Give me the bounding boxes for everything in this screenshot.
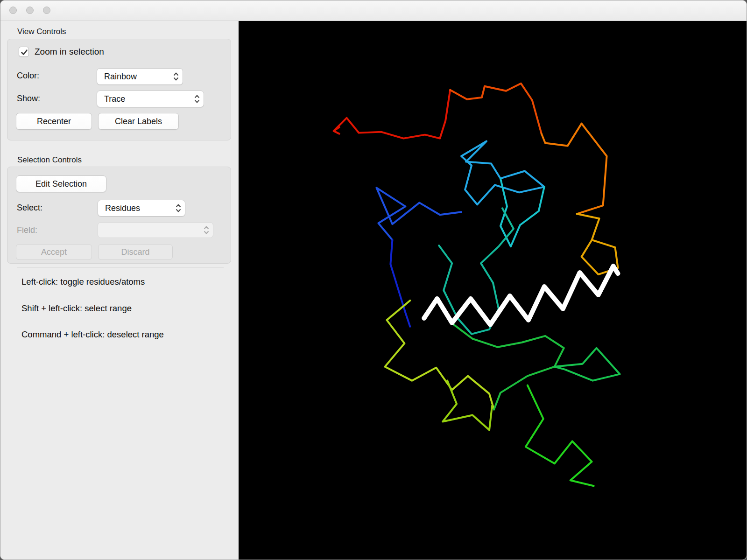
show-dropdown-value: Trace [104,94,125,104]
selection-controls-heading: Selection Controls [17,155,82,165]
accept-button: Accept [16,244,92,260]
trace-segment-orange-red [450,84,542,134]
zoom-in-selection-row: Zoom in selection [19,47,104,57]
field-dropdown [98,222,213,238]
zoom-in-selection-checkbox[interactable] [19,47,29,57]
selection-controls-group: Edit Selection Select: Residues Field: [7,167,231,264]
trace-segment-orange [542,124,607,214]
molecule-svg [239,21,747,560]
select-dropdown[interactable]: Residues [98,200,185,217]
trace-segment-chartreuse [443,381,492,430]
trace-segment-green-loop [555,348,620,381]
color-label: Color: [17,71,39,81]
chevron-up-down-icon [194,94,200,104]
trace-segment-blue [376,188,461,240]
app-window: View Controls Zoom in selection Color: R [0,0,747,560]
trace-segment-red [334,90,451,139]
minimize-button[interactable] [26,7,34,14]
divider [17,267,224,267]
select-label: Select: [17,203,42,213]
trace-segment-bright-green [526,385,594,486]
zoom-button[interactable] [43,7,50,14]
recenter-button[interactable]: Recenter [16,113,92,130]
trace-segment-yellow-green [385,301,494,410]
help-command-click: Command + left-click: deselect range [21,329,164,340]
titlebar[interactable] [0,0,747,21]
show-label: Show: [17,94,40,104]
edit-selection-button[interactable]: Edit Selection [16,175,106,192]
close-button[interactable] [9,7,17,14]
view-controls-heading: View Controls [17,27,66,36]
checkmark-icon [20,48,28,58]
show-dropdown[interactable]: Trace [97,91,204,107]
chevron-up-down-icon [203,225,210,235]
chevron-up-down-icon [175,203,182,213]
clear-labels-button[interactable]: Clear Labels [98,113,179,130]
control-sidebar: View Controls Zoom in selection Color: R [0,21,239,560]
help-left-click: Left-click: toggle residues/atoms [21,277,145,287]
help-shift-click: Shift + left-click: select range [21,303,132,314]
field-label: Field: [17,225,37,235]
select-dropdown-value: Residues [105,203,140,213]
trace-segment-sky-blue [461,141,544,205]
zoom-in-selection-label: Zoom in selection [35,47,104,57]
discard-button: Discard [98,244,173,260]
trace-segment-white-selection [424,266,618,325]
view-controls-group: Zoom in selection Color: Rainbow Show: T… [7,39,231,140]
color-dropdown-value: Rainbow [104,72,137,82]
chevron-up-down-icon [173,71,179,82]
color-dropdown[interactable]: Rainbow [97,68,183,85]
molecule-viewport[interactable] [239,21,747,560]
trace-segment-green [454,325,564,410]
trace-segment-teal [439,208,514,334]
